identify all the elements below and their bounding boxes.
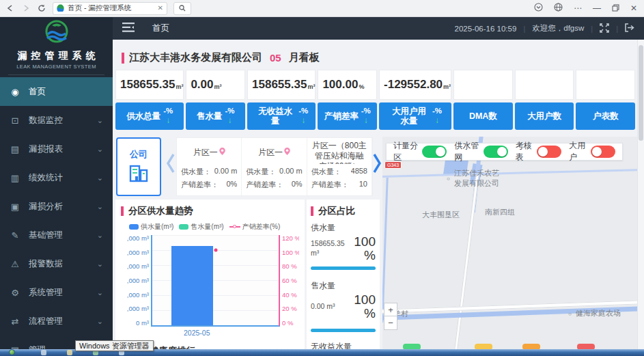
legend-supply[interactable]: 供水量(m³) <box>129 222 173 232</box>
fullscreen-icon[interactable] <box>600 23 609 34</box>
carousel-prev-icon[interactable] <box>166 152 176 177</box>
kpi-grid: 158655.35m³ 供水总量 -%↓ 0.00m³ 售水量 -%↓ 1586… <box>115 70 635 130</box>
kpi-button-psd-rate[interactable]: 产销差率 -%↓ <box>318 102 377 130</box>
toggle-switch[interactable] <box>591 146 615 158</box>
back-icon[interactable] <box>5 3 15 13</box>
company-card[interactable]: 公司 <box>116 137 161 196</box>
trend-legend: 供水量(m³) 售水量(m³) 产销差率(%) <box>129 222 299 232</box>
kpi-value: 158655.35m³ <box>247 70 316 100</box>
toggle-big-user: 大用户 <box>569 140 615 163</box>
forward-icon[interactable] <box>21 3 31 13</box>
welcome-user[interactable]: 欢迎您，dfgsw <box>532 23 584 33</box>
screen: 首页 - 漏控管理系统 ✕ ⋯ — ✕ 首页 <box>0 0 644 356</box>
scrollbar-thumb[interactable] <box>639 45 643 141</box>
kpi-button-dma-count[interactable]: DMA数 <box>453 102 513 130</box>
chevron-down-icon: ⌄ <box>97 260 103 269</box>
down-arrow-icon: ↓ <box>227 116 232 126</box>
ratio-title: 分区占比 <box>311 205 376 217</box>
breadcrumb[interactable]: 首页 <box>152 23 169 34</box>
restore-icon[interactable] <box>612 2 619 14</box>
kpi-button-big-user-count[interactable]: 大用户数 <box>515 102 574 130</box>
plot-area[interactable] <box>151 235 280 327</box>
trend-panel: 分区供水量趋势 供水量(m³) 售水量(m³) 产销差率(%) ,000 m³,… <box>115 200 305 356</box>
alarm-bug-icon: ⚠ <box>10 259 20 269</box>
legend-sales[interactable]: 售水量(m³) <box>179 222 223 232</box>
sidebar-item-basic-mgmt[interactable]: ✎ 基础管理 ⌄ <box>0 221 113 249</box>
taskbar-tooltip: Windows 资源管理器 <box>75 340 154 351</box>
trend-bar-supply[interactable] <box>171 246 213 325</box>
report-icon: ▤ <box>10 144 20 154</box>
kpi-nonrevenue: 158655.35m³ 无收益水量 -%↓ <box>247 70 316 130</box>
sidebar-item-alarm-data[interactable]: ⚠ 报警数据 ⌄ <box>0 249 113 278</box>
map-label-company: 江苏佳禾农艺 发展有限公司 <box>454 168 499 189</box>
sidebar-item-leak-analysis[interactable]: ▣ 漏损分析 ⌄ <box>0 192 113 221</box>
chevron-down-icon: ⌄ <box>97 288 103 297</box>
kpi-button-sales[interactable]: 售水量 -%↓ <box>186 102 245 130</box>
toggle-metering-zone: 计量分区 <box>393 140 447 163</box>
bar-chart-icon: ▥ <box>10 173 20 183</box>
zoom-in-button[interactable]: + <box>384 303 397 316</box>
start-button[interactable] <box>9 349 15 355</box>
minimize-icon[interactable]: — <box>593 4 601 12</box>
legend-psd[interactable]: 产销差率(%) <box>229 222 281 232</box>
edit-icon: ✎ <box>10 230 20 241</box>
sidebar-item-leak-report[interactable]: ▤ 漏损报表 ⌄ <box>0 135 113 163</box>
close-window-icon[interactable]: ✕ <box>630 4 637 12</box>
page-scrollbar[interactable] <box>637 40 644 356</box>
kpi-button-supply-total[interactable]: 供水总量 -%↓ <box>115 102 184 130</box>
toggle-pipe-network: 供水管网 <box>454 140 507 163</box>
chevron-down-icon: ⌄ <box>97 202 103 211</box>
analysis-icon: ▣ <box>10 202 20 212</box>
collapse-menu-icon[interactable] <box>122 23 135 35</box>
x-axis-label: 2025-05 <box>121 329 299 337</box>
globe-icon[interactable] <box>554 2 563 14</box>
taskbar-item[interactable] <box>67 350 72 355</box>
kpi-value: 158655.35m³ <box>115 70 184 100</box>
board-title: 江苏大丰港水务发展有限公司 05 月看板 <box>122 51 320 64</box>
map-canvas[interactable]: G343 ○ 江苏佳禾农艺 发展有限公司 大丰围垦区 南新四组 羊村 ○ 健海家… <box>382 137 637 356</box>
kpi-psd-rate: 100.00% 产销差率 -%↓ <box>318 70 377 130</box>
zoom-out-button[interactable]: − <box>384 316 397 330</box>
ratio-item-supply: 供水量 158655.35 m³100 % <box>311 222 376 270</box>
sidebar-item-home[interactable]: ◉ 首页 <box>0 77 113 106</box>
sidebar-item-performance[interactable]: ▥ 绩效统计 ⌄ <box>0 163 113 192</box>
district-cards: 片区一 供水量：0.00 m 产销差率：0% 片区一 供水量：0.00 m 产销… <box>176 137 373 196</box>
gauge-icon: ◉ <box>10 87 20 97</box>
carousel-next-icon[interactable] <box>372 152 382 177</box>
sidebar: 漏控管理系统 LEAK MANAGEMENT SYSTEM ◉ 首页 ⊡ 数据监… <box>0 17 113 356</box>
district-card[interactable]: 片区一（800主管压站和海融广场60管） 供水量：4858 产销差率：10 <box>307 138 372 195</box>
gear-icon: ⚙ <box>10 288 20 298</box>
district-card[interactable]: 片区一 供水量：0.00 m 产销差率：0% <box>177 138 242 195</box>
logout-icon[interactable] <box>625 23 634 33</box>
ratio-item-sales: 售水量 0.00 m³100 % <box>311 280 376 332</box>
page-info-icon[interactable] <box>534 2 543 14</box>
trend-plot: ,000 m³,000 m³,000 m³,000 m³,000 m³,000 … <box>121 235 299 327</box>
dashboard-content: 江苏大丰港水务发展有限公司 05 月看板 158655.35m³ 供水总量 -%… <box>113 40 637 356</box>
toggle-switch[interactable] <box>537 146 561 158</box>
district-card[interactable]: 片区一 供水量：0.00 m 产销差率：0% <box>242 138 307 195</box>
search-button[interactable] <box>173 2 191 15</box>
toggle-switch[interactable] <box>484 146 508 158</box>
sidebar-item-data-monitor[interactable]: ⊡ 数据监控 ⌄ <box>0 106 113 135</box>
tab-close-icon[interactable]: ✕ <box>158 5 163 12</box>
kpi-value <box>515 70 574 100</box>
taskbar-item[interactable] <box>41 350 46 355</box>
kpi-button-nonrevenue[interactable]: 无收益水量 -%↓ <box>247 102 316 130</box>
chevron-down-icon: ⌄ <box>97 174 103 182</box>
refresh-icon[interactable] <box>37 3 46 13</box>
more-menu-icon[interactable]: ⋯ <box>574 4 582 12</box>
app-logo <box>0 17 113 49</box>
title-accent-bar <box>121 206 124 216</box>
kpi-button-big-user[interactable]: 大用户用水量 -%↓ <box>379 102 451 130</box>
browser-controls: ⋯ — ✕ <box>534 2 637 14</box>
browser-tab[interactable]: 首页 - 漏控管理系统 ✕ <box>53 2 167 15</box>
chevron-down-icon: ⌄ <box>97 116 103 125</box>
flow-icon: ⇄ <box>10 316 20 327</box>
toggle-switch[interactable] <box>422 146 447 158</box>
down-arrow-icon: ↓ <box>166 116 170 126</box>
map-label-area: 南新四组 <box>485 207 515 217</box>
favicon-icon <box>57 2 64 14</box>
sidebar-item-system-mgmt[interactable]: ⚙ 系统管理 ⌄ <box>0 278 113 307</box>
sidebar-item-process-mgmt[interactable]: ⇄ 流程管理 ⌄ <box>0 307 113 336</box>
kpi-button-meter-count[interactable]: 户表数 <box>576 102 635 130</box>
